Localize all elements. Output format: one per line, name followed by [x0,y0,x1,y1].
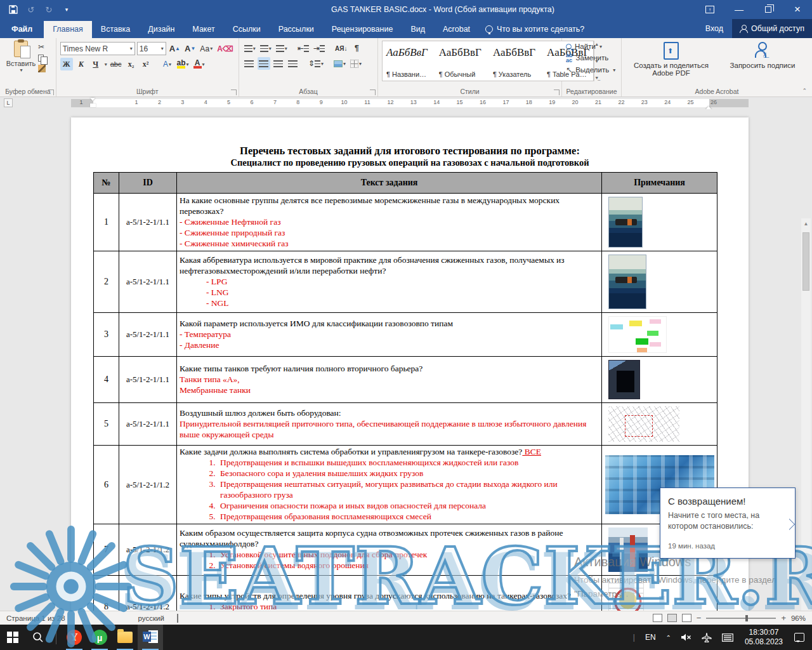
file-explorer-icon[interactable] [112,625,138,650]
question-cell[interactable]: Какая аббревиатура используется в мирово… [177,251,602,313]
request-signatures-button[interactable]: Запросить подписи [722,42,803,77]
tab-review[interactable]: Рецензирование [323,21,402,38]
numbered-list-icon[interactable]: ▾ [259,42,273,55]
clipboard-dialog-launcher-icon[interactable] [48,90,54,95]
close-button[interactable]: × [783,0,812,19]
tab-insert[interactable]: Вставка [92,21,139,38]
input-language-indicator[interactable]: EN [641,625,660,650]
align-right-icon[interactable] [272,57,285,70]
zoom-in-icon[interactable]: + [781,613,786,623]
scroll-up-icon[interactable]: ▲ [801,218,811,229]
action-center-icon[interactable] [790,625,808,650]
scrollbar-thumb[interactable] [802,232,809,291]
shrink-font-button[interactable]: А▼ [183,43,197,55]
sort-icon[interactable]: АЯ↓ [334,42,348,55]
bold-button[interactable]: Ж [60,58,73,70]
clock[interactable]: 18:30:07 05.08.2023 [740,628,788,647]
minimize-button[interactable]: — [724,0,754,19]
justify-icon[interactable] [287,57,299,70]
align-left-icon[interactable] [243,57,256,70]
utorrent-icon[interactable]: µ [87,625,112,650]
cut-icon[interactable]: ✂ [38,43,46,51]
horizontal-ruler[interactable]: 1234567891011121314151617181920212223242… [0,97,812,109]
tab-file[interactable]: Файл [0,21,44,38]
tab-acrobat[interactable]: Acrobat [434,21,479,38]
highlight-color-button[interactable]: ab▾ [175,58,190,70]
web-layout-icon[interactable] [682,614,691,622]
superscript-button[interactable]: x² [139,58,152,70]
italic-button[interactable]: К [75,58,88,70]
hidden-icons-chevron[interactable]: ⌃ [662,625,675,650]
ribbon-display-options-icon[interactable]: ↑ [695,0,724,19]
question-cell[interactable]: Воздушный шлюз должен быть оборудован:Пр… [177,403,602,446]
taskbar-search-icon[interactable] [25,625,51,650]
print-layout-icon[interactable] [667,614,677,622]
undo-icon[interactable]: ↺ [25,4,37,15]
create-pdf-button[interactable]: Создать и поделиться Adobe PDF [631,42,712,77]
sign-in-button[interactable]: Вход [697,24,732,33]
borders-icon[interactable]: ▾ [349,57,363,70]
tab-references[interactable]: Ссылки [224,21,270,38]
clear-formatting-icon[interactable]: А⌫ [216,43,235,55]
question-cell[interactable]: Какие задачи должна выполнять система об… [177,446,602,524]
save-icon[interactable] [8,4,19,15]
tab-mailings[interactable]: Рассылки [270,21,323,38]
underline-button[interactable]: Ч [89,58,102,70]
tell-me-box[interactable]: Что вы хотите сделать? [479,21,591,38]
zoom-out-icon[interactable]: − [697,613,702,623]
yandex-browser-icon[interactable]: Y [62,625,87,650]
question-cell[interactable]: На какие основные группы делятся все пер… [177,194,602,251]
share-button[interactable]: Общий доступ [732,19,812,38]
word-taskbar-icon[interactable]: W [138,625,163,650]
page-indicator[interactable]: Страница 1 из 28 [0,614,72,622]
tab-layout[interactable]: Макет [183,21,223,38]
restore-button[interactable] [754,0,783,19]
proofing-icon[interactable] [171,614,185,622]
find-button[interactable]: Найти▾ [566,43,617,50]
zoom-level[interactable]: 96% [791,614,806,622]
style-index[interactable]: АаБбВвГ ¶ Указатель [493,44,535,78]
volume-muted-icon[interactable] [678,625,695,650]
shading-icon[interactable]: ▾ [332,57,347,70]
customize-qat-icon[interactable]: ▾ [61,4,72,15]
language-indicator[interactable]: русский [132,614,171,622]
align-center-icon[interactable] [258,57,270,70]
question-cell[interactable]: Какой параметр используется ИМО для клас… [177,313,602,357]
paragraph-dialog-launcher-icon[interactable] [370,90,376,95]
subscript-button[interactable]: x₂ [124,58,137,70]
increase-indent-icon[interactable]: ⇥ [312,42,326,55]
format-painter-icon[interactable] [38,64,46,73]
paste-button[interactable]: Вставить ▾ [4,41,38,73]
tab-view[interactable]: Вид [402,21,434,38]
question-cell[interactable]: Какие типы танков требуют наличия полног… [177,357,602,403]
text-effects-button[interactable]: А▾ [160,58,173,70]
zoom-slider[interactable] [706,618,776,619]
bullet-list-icon[interactable]: ▾ [243,42,257,55]
styles-dialog-launcher-icon[interactable] [554,90,560,95]
start-button[interactable] [0,625,25,650]
font-dialog-launcher-icon[interactable] [231,90,237,95]
indent-marker[interactable] [90,98,96,108]
style-title[interactable]: АаБбВвГ ¶ Названи… [386,44,428,78]
decrease-indent-icon[interactable]: ⇤ [296,42,310,55]
vertical-scrollbar[interactable]: ▲ [801,218,811,650]
welcome-back-popup[interactable]: С возвращением! Начните с того места, на… [660,488,796,559]
tab-stop-selector[interactable]: L [4,98,13,107]
grow-font-button[interactable]: А▲ [168,43,181,55]
line-spacing-icon[interactable]: ⇕▾ [307,57,325,70]
touch-keyboard-icon[interactable] [718,625,737,650]
tab-design[interactable]: Дизайн [139,21,183,38]
popup-time-ago[interactable]: 19 мин. назад [668,542,787,550]
show-marks-icon[interactable]: ¶ [350,42,363,55]
font-color-button[interactable]: А▾ [192,58,206,70]
read-mode-icon[interactable] [653,614,662,622]
change-case-button[interactable]: Аа▾ [199,43,214,55]
airplane-mode-icon[interactable] [698,625,716,650]
redo-icon[interactable]: ↻ [43,4,55,15]
replace-button[interactable]: abacЗаменить [566,53,617,63]
strikethrough-button[interactable]: abc [109,58,123,70]
select-button[interactable]: ↖Выделить▾ [566,65,617,74]
question-cell[interactable]: Каким образом осуществляется защита корп… [177,524,602,576]
style-normal[interactable]: АаБбВвГ ¶ Обычный [439,44,481,78]
multilevel-list-icon[interactable]: ▾ [275,42,289,55]
